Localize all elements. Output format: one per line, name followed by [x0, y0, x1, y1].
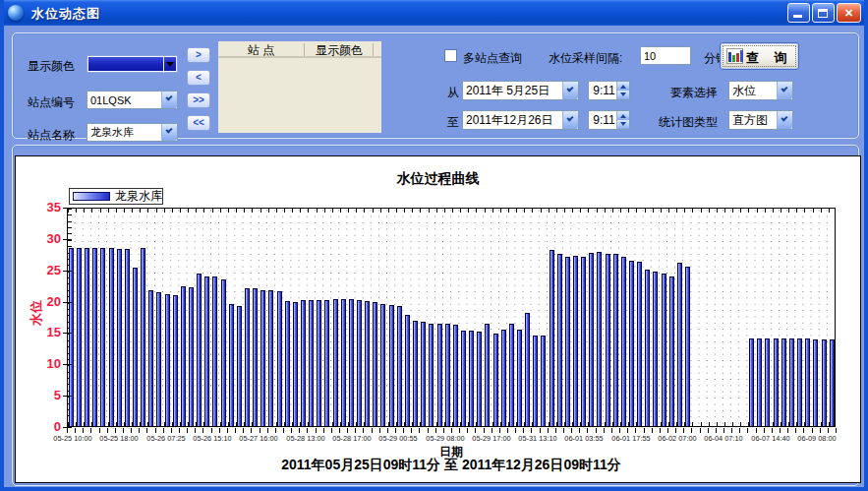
bar: [413, 321, 418, 426]
station-id-combobox[interactable]: 01LQSK: [87, 91, 178, 109]
bar-chart-plot-area: [67, 208, 836, 427]
close-button[interactable]: ✕: [837, 3, 861, 23]
to-time-spinner[interactable]: 9:11: [588, 110, 630, 130]
add-station-button[interactable]: >: [187, 47, 210, 63]
multi-station-checkbox[interactable]: [444, 49, 457, 62]
dropdown-button[interactable]: [777, 82, 792, 99]
bar: [830, 339, 835, 426]
column-divider: [304, 43, 305, 56]
bar: [629, 261, 634, 426]
bar: [285, 301, 290, 426]
bar: [822, 339, 827, 426]
bar: [477, 332, 482, 426]
bar: [765, 338, 770, 426]
y-tick-label: 15: [28, 325, 61, 339]
to-date-picker[interactable]: 2011年12月26日: [462, 110, 579, 130]
bar: [333, 299, 338, 426]
bar: [357, 300, 362, 426]
chart-type-combobox[interactable]: 直方图: [728, 110, 793, 130]
station-column-header: 站 点: [218, 42, 304, 59]
title-bar[interactable]: 水位动态图 ✕: [0, 0, 868, 26]
list-header: 站 点 显示颜色: [218, 41, 381, 58]
station-name-combobox[interactable]: 龙泉水库: [87, 123, 178, 142]
chart-legend: 龙泉水库: [69, 188, 163, 205]
station-id-label: 站点编号: [28, 94, 75, 111]
y-major-tick: [63, 208, 72, 209]
from-label: 从: [447, 85, 459, 101]
interval-input[interactable]: [640, 46, 691, 65]
legend-swatch: [73, 192, 110, 201]
bar: [301, 300, 306, 426]
spin-up-button[interactable]: [617, 82, 629, 91]
bar: [324, 300, 329, 426]
dropdown-button[interactable]: [161, 92, 177, 108]
dropdown-button[interactable]: [161, 124, 177, 141]
dropdown-button[interactable]: [562, 111, 578, 129]
bar: [125, 249, 130, 426]
station-name-value: 龙泉水库: [87, 125, 161, 140]
bar: [469, 331, 474, 426]
spin-down-button[interactable]: [617, 120, 629, 129]
minimize-button[interactable]: [787, 3, 810, 23]
bar: [117, 249, 122, 426]
bar: [173, 295, 178, 426]
to-label: 至: [447, 114, 459, 131]
from-date-picker[interactable]: 2011年 5月25日: [462, 81, 579, 100]
station-id-value: 01LQSK: [87, 94, 161, 106]
query-button[interactable]: 查 询: [720, 42, 799, 70]
from-date-value: 2011年 5月25日: [463, 83, 562, 99]
remove-all-stations-button[interactable]: <<: [187, 115, 210, 131]
x-tick-label: 05-28 13:00: [286, 434, 324, 443]
selected-stations-list[interactable]: 站 点 显示颜色: [218, 41, 381, 133]
bar: [485, 324, 490, 426]
spin-down-button[interactable]: [617, 91, 629, 99]
display-color-label: 显示颜色: [28, 58, 75, 75]
bar: [533, 336, 538, 426]
dropdown-arrow-icon[interactable]: [166, 62, 174, 67]
element-combobox[interactable]: 水位: [728, 81, 793, 100]
icon-bar: [740, 50, 743, 62]
y-major-tick: [63, 239, 72, 240]
bar: [397, 306, 402, 426]
bar: [260, 290, 265, 426]
bar: [293, 302, 298, 426]
chart-type-label: 统计图类型: [659, 114, 718, 131]
bar: [501, 330, 506, 426]
display-color-combobox[interactable]: [87, 55, 178, 73]
y-major-tick: [63, 427, 72, 428]
bar: [621, 257, 626, 426]
maximize-button[interactable]: [812, 3, 835, 23]
window-title: 水位动态图: [31, 5, 100, 23]
bar: [606, 254, 610, 426]
x-axis-outer-ticks: [67, 428, 837, 433]
remove-station-button[interactable]: <: [187, 70, 210, 86]
y-tick-label: 5: [28, 388, 61, 402]
chart-type-value: 直方图: [729, 112, 777, 129]
y-tick-label: 25: [28, 263, 61, 277]
bar: [774, 338, 779, 426]
bar: [541, 336, 546, 426]
spinner-buttons[interactable]: [616, 82, 629, 99]
y-major-tick: [63, 333, 72, 334]
bar: [509, 324, 514, 426]
bar: [349, 299, 354, 426]
dropdown-button[interactable]: [777, 111, 792, 129]
bar: [253, 288, 258, 426]
element-select-label: 要素选择: [670, 85, 718, 101]
bar: [669, 276, 674, 426]
bar: [341, 299, 346, 426]
from-time-spinner[interactable]: 9:11: [588, 81, 630, 100]
legend-label: 龙泉水库: [115, 188, 162, 205]
dropdown-button[interactable]: [562, 82, 578, 99]
interval-label: 水位采样间隔:: [549, 50, 622, 67]
arrow-up-icon: [620, 114, 626, 118]
spin-up-button[interactable]: [617, 111, 629, 120]
bar: [453, 325, 458, 426]
y-tick-label: 0: [28, 419, 61, 434]
bar: [797, 338, 802, 426]
chevron-down-icon: [165, 93, 172, 100]
spinner-buttons[interactable]: [616, 111, 629, 129]
x-tick-label: 05-29 17:00: [472, 434, 510, 443]
y-tick-label: 10: [28, 356, 61, 371]
add-all-stations-button[interactable]: >>: [187, 92, 210, 108]
